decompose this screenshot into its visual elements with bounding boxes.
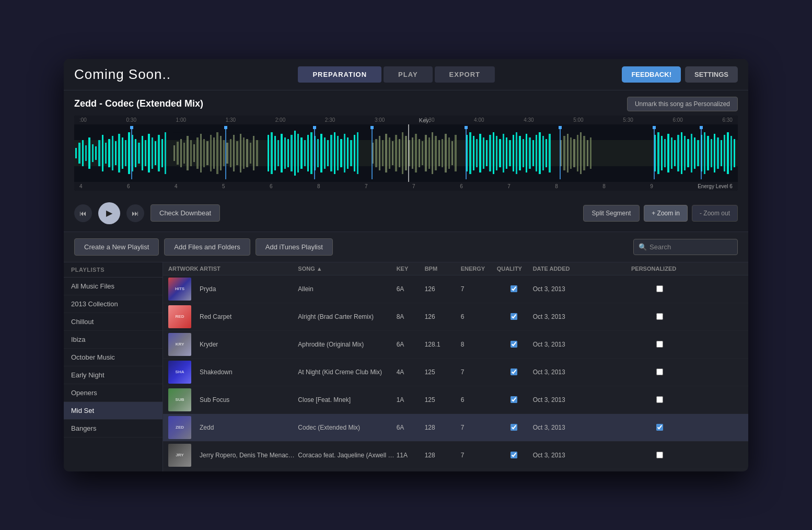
track-artwork: RED <box>168 305 191 328</box>
svg-rect-61 <box>284 137 286 169</box>
svg-rect-58 <box>274 136 276 170</box>
svg-rect-17 <box>125 140 126 166</box>
svg-rect-87 <box>382 140 384 166</box>
table-row[interactable]: SHAShakedownAt Night (Kid Creme Club Mix… <box>163 359 748 386</box>
quality-checkbox[interactable] <box>511 424 517 431</box>
svg-rect-105 <box>442 139 443 167</box>
personalized-checkbox[interactable] <box>656 368 663 375</box>
rewind-button[interactable]: ⏮ <box>74 204 92 222</box>
sidebar-item-october[interactable]: October Music <box>64 349 163 366</box>
zoom-out-button[interactable]: - Zoom out <box>692 205 738 222</box>
personalized-cell[interactable] <box>631 341 689 348</box>
personalized-checkbox[interactable] <box>656 341 663 348</box>
quality-checkbox[interactable] <box>511 396 517 403</box>
sidebar-item-chillout[interactable]: Chillout <box>64 313 163 331</box>
svg-rect-103 <box>435 136 437 170</box>
sidebar-item-early-night[interactable]: Early Night <box>64 366 163 384</box>
artwork-cell: KRY <box>168 333 198 356</box>
track-cell: 11A <box>397 452 423 459</box>
personalized-cell[interactable] <box>631 396 689 403</box>
svg-rect-168 <box>727 132 729 174</box>
table-row[interactable]: REDRed CarpetAlright (Brad Carter Remix)… <box>163 303 748 331</box>
tab-export[interactable]: EXPORT <box>435 66 495 83</box>
personalized-checkbox[interactable] <box>656 424 663 431</box>
personalized-cell[interactable] <box>631 424 689 431</box>
track-cell: 7 <box>461 452 495 459</box>
sidebar-item-mid-set[interactable]: Mid Set <box>64 402 163 420</box>
quality-cell[interactable] <box>497 368 531 375</box>
personalized-checkbox[interactable] <box>656 452 663 458</box>
svg-rect-158 <box>694 137 695 169</box>
sidebar-item-ibiza[interactable]: Ibiza <box>64 331 163 349</box>
table-row[interactable]: SUBSub FocusClose [Feat. Mnek]1A1256Oct … <box>163 386 748 414</box>
personalized-checkbox[interactable] <box>656 285 663 292</box>
split-segment-button[interactable]: Split Segment <box>583 205 640 222</box>
quality-cell[interactable] <box>497 285 531 292</box>
add-itunes-button[interactable]: Add iTunes Playlist <box>256 238 333 256</box>
svg-rect-92 <box>399 139 400 167</box>
personalized-cell[interactable] <box>631 368 689 375</box>
track-cell: 128.1 <box>425 341 459 348</box>
svg-rect-50 <box>240 134 241 172</box>
svg-rect-97 <box>415 134 417 172</box>
svg-rect-27 <box>158 135 160 171</box>
personalized-checkbox[interactable] <box>656 313 663 320</box>
track-artwork: JRY <box>168 444 191 467</box>
table-row[interactable]: HITSPrydaAllein6A1267Oct 3, 2013 <box>163 275 748 303</box>
table-row[interactable]: JRYJerry Ropero, Denis The Menace, Sabor… <box>163 442 748 469</box>
svg-rect-167 <box>724 135 725 171</box>
sidebar-item-all-music[interactable]: All Music Files <box>64 278 163 295</box>
quality-checkbox[interactable] <box>511 341 517 348</box>
svg-rect-71 <box>317 139 319 167</box>
personalized-cell[interactable] <box>631 452 689 458</box>
add-files-button[interactable]: Add Files and Folders <box>164 238 250 256</box>
svg-rect-107 <box>448 137 450 169</box>
quality-cell[interactable] <box>497 424 531 431</box>
personalized-cell[interactable] <box>631 313 689 320</box>
svg-rect-7 <box>92 144 94 162</box>
col-quality[interactable]: Quality <box>497 266 531 272</box>
table-row[interactable]: KRYKryderAphrodite (Original Mix)6A128.1… <box>163 331 748 359</box>
svg-rect-52 <box>246 139 248 167</box>
svg-rect-131 <box>536 135 537 171</box>
quality-checkbox[interactable] <box>511 313 517 320</box>
quality-cell[interactable] <box>497 341 531 348</box>
col-energy[interactable]: Energy <box>461 266 495 272</box>
sidebar-item-bangers[interactable]: Bangers <box>64 420 163 437</box>
svg-rect-114 <box>479 134 481 172</box>
zoom-in-button[interactable]: + Zoom in <box>644 205 688 222</box>
quality-cell[interactable] <box>497 313 531 320</box>
feedback-button[interactable]: FEEDBACK! <box>622 66 681 83</box>
create-playlist-button[interactable]: Create a New Playlist <box>74 238 159 256</box>
waveform-canvas[interactable] <box>74 124 738 182</box>
col-bpm[interactable]: BPM <box>425 266 459 272</box>
track-cell: Oct 3, 2013 <box>533 452 629 459</box>
quality-checkbox[interactable] <box>511 452 517 458</box>
tab-play[interactable]: PLAY <box>384 66 432 83</box>
sidebar-item-2013[interactable]: 2013 Collection <box>64 295 163 313</box>
check-downbeat-button[interactable]: Check Downbeat <box>150 204 220 222</box>
play-button[interactable]: ▶ <box>98 202 120 224</box>
svg-rect-11 <box>105 143 107 164</box>
quality-checkbox[interactable] <box>511 285 517 292</box>
svg-rect-115 <box>483 137 484 169</box>
settings-button[interactable]: SETTINGS <box>685 66 738 83</box>
col-key[interactable]: Key <box>397 266 423 272</box>
col-artist[interactable]: Artist <box>200 266 296 272</box>
forward-button[interactable]: ⏭ <box>126 204 144 222</box>
col-personalized[interactable]: Personalized <box>631 266 689 272</box>
tab-preparation[interactable]: PREPARATION <box>298 66 381 83</box>
quality-cell[interactable] <box>497 396 531 403</box>
col-song[interactable]: Song ▲ <box>298 266 394 272</box>
table-row[interactable]: ZEDZeddCodec (Extended Mix)6A1287Oct 3, … <box>163 414 748 442</box>
search-input[interactable] <box>633 239 738 255</box>
personalized-checkbox[interactable] <box>656 396 663 403</box>
svg-rect-15 <box>118 134 120 172</box>
personalized-cell[interactable] <box>631 285 689 292</box>
col-date-added[interactable]: Date Added <box>533 266 629 272</box>
unmark-button[interactable]: Unmark this song as Personalized <box>627 97 738 111</box>
quality-cell[interactable] <box>497 452 531 458</box>
table-row[interactable]: LNALate Night AlumniEmpty Streets (Haji … <box>163 469 748 471</box>
sidebar-item-openers[interactable]: Openers <box>64 384 163 402</box>
quality-checkbox[interactable] <box>511 368 517 375</box>
